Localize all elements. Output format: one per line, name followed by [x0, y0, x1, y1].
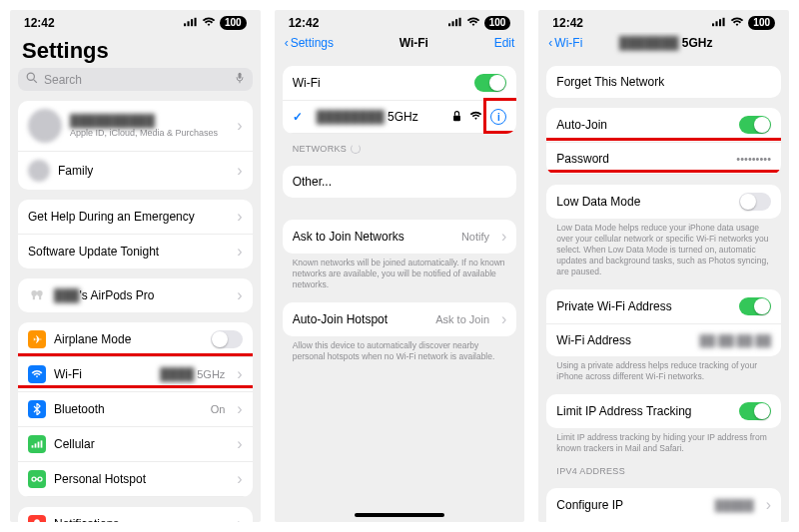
wifi-row[interactable]: Wi-Fi ████ 5GHz — [18, 357, 253, 392]
svg-point-17 — [38, 477, 42, 481]
cellular-label: Cellular — [54, 437, 225, 451]
cellular-row[interactable]: Cellular — [18, 427, 253, 462]
wifi-toggle[interactable] — [474, 74, 506, 92]
svg-rect-12 — [32, 445, 34, 447]
screen-wifi: 12:42 100 ‹ Settings Wi-Fi Edit Wi-Fi — [275, 10, 525, 522]
checkmark-icon — [293, 110, 309, 124]
svg-rect-14 — [38, 442, 40, 448]
other-network-row[interactable]: Other... — [283, 166, 517, 198]
low-data-row[interactable]: Low Data Mode — [546, 185, 781, 219]
join-password-group: Auto-Join Password ••••••••• — [546, 108, 781, 175]
profile-group: ██████████ Apple ID, iCloud, Media & Pur… — [18, 101, 253, 190]
low-data-toggle[interactable] — [739, 193, 771, 211]
wifi-toggle-row[interactable]: Wi-Fi — [283, 66, 517, 101]
svg-point-4 — [27, 73, 34, 80]
nav-bar: ‹ Wi-Fi ███████ 5GHz — [546, 32, 781, 56]
bluetooth-icon — [28, 400, 46, 418]
status-time: 12:42 — [552, 16, 583, 30]
svg-point-16 — [32, 477, 36, 481]
limit-ip-hint: Limit IP address tracking by hiding your… — [546, 428, 781, 456]
status-bar: 12:42 100 — [10, 10, 261, 32]
back-button[interactable]: ‹ Settings — [285, 36, 334, 50]
forget-network-button[interactable]: Forget This Network — [546, 66, 781, 98]
password-label: Password — [556, 152, 728, 166]
configure-ip-row[interactable]: Configure IP █████ — [546, 488, 781, 522]
svg-rect-2 — [191, 19, 193, 26]
family-row[interactable]: Family — [18, 152, 253, 190]
bluetooth-row[interactable]: Bluetooth On — [18, 392, 253, 427]
networks-group: Other... — [283, 166, 517, 198]
auto-join-row[interactable]: Auto-Join — [546, 108, 781, 143]
svg-rect-24 — [453, 115, 460, 121]
low-data-label: Low Data Mode — [556, 195, 731, 209]
limit-ip-toggle[interactable] — [739, 402, 771, 420]
svg-rect-21 — [451, 21, 453, 26]
status-time: 12:42 — [289, 16, 320, 30]
wifi-icon — [28, 365, 46, 383]
profile-name: ██████████ — [70, 114, 225, 128]
signal-icon — [448, 16, 462, 30]
back-label: Wi-Fi — [554, 36, 582, 50]
search-input[interactable]: Search — [18, 68, 253, 91]
ask-to-join-value: Notify — [461, 231, 489, 243]
auto-join-hotspot-hint: Allow this device to automatically disco… — [283, 336, 517, 364]
hotspot-row[interactable]: Personal Hotspot — [18, 462, 253, 497]
svg-line-5 — [34, 80, 37, 83]
search-icon — [26, 72, 38, 87]
ask-to-join-row[interactable]: Ask to Join Networks Notify — [283, 220, 517, 254]
svg-rect-3 — [194, 18, 196, 26]
private-address-hint: Using a private address helps reduce tra… — [546, 356, 781, 384]
auto-join-toggle[interactable] — [739, 116, 771, 134]
ask-to-join-label: Ask to Join Networks — [293, 230, 453, 244]
password-row[interactable]: Password ••••••••• — [546, 143, 781, 175]
back-button[interactable]: ‹ Wi-Fi — [548, 36, 582, 50]
private-address-row[interactable]: Private Wi-Fi Address — [546, 289, 781, 324]
software-update-row[interactable]: Software Update Tonight — [18, 235, 253, 268]
auto-join-hotspot-group: Auto-Join Hotspot Ask to Join — [283, 302, 517, 336]
svg-rect-23 — [458, 18, 460, 26]
airpods-group: ███'s AirPods Pro — [18, 278, 253, 312]
apple-id-row[interactable]: ██████████ Apple ID, iCloud, Media & Pur… — [18, 101, 253, 152]
private-address-toggle[interactable] — [739, 297, 771, 315]
family-avatars-icon — [28, 160, 50, 182]
edit-button[interactable]: Edit — [494, 36, 515, 50]
airpods-label: ███'s AirPods Pro — [54, 288, 225, 302]
signal-icon — [184, 16, 198, 30]
status-bar: 12:42 100 — [538, 10, 789, 32]
info-icon[interactable]: i — [490, 109, 506, 125]
wifi-status-icon — [730, 16, 744, 30]
emergency-row[interactable]: Get Help During an Emergency — [18, 200, 253, 235]
configure-ip-label: Configure IP — [556, 498, 706, 512]
wifi-address-row[interactable]: Wi-Fi Address ██:██:██:██ — [546, 324, 781, 356]
connected-network-row[interactable]: ████████ 5GHz i — [283, 101, 517, 134]
configure-ip-value: █████ — [715, 499, 754, 511]
ipv4-section-label: IPv4 Address — [546, 456, 781, 478]
general-group: Notifications Sounds & Haptics Focus — [18, 507, 253, 522]
svg-rect-13 — [35, 443, 37, 447]
limit-ip-row[interactable]: Limit IP Address Tracking — [546, 394, 781, 428]
airplane-toggle[interactable] — [211, 330, 243, 348]
alerts-group: Get Help During an Emergency Software Up… — [18, 200, 253, 268]
wifi-label: Wi-Fi — [54, 367, 152, 381]
home-indicator[interactable] — [355, 513, 444, 517]
svg-rect-27 — [719, 19, 721, 26]
svg-rect-22 — [455, 19, 457, 26]
password-value: ••••••••• — [736, 153, 771, 165]
notifications-row[interactable]: Notifications — [18, 507, 253, 522]
software-update-label: Software Update Tonight — [28, 245, 225, 259]
battery-icon: 100 — [484, 16, 511, 30]
svg-rect-10 — [33, 294, 35, 299]
airplane-mode-row[interactable]: ✈ Airplane Mode — [18, 322, 253, 357]
auto-join-label: Auto-Join — [556, 118, 731, 132]
svg-rect-25 — [712, 23, 714, 26]
auto-join-hotspot-row[interactable]: Auto-Join Hotspot Ask to Join — [283, 302, 517, 336]
networks-section-label: Networks — [283, 134, 517, 156]
status-time: 12:42 — [24, 16, 55, 30]
page-title: Settings — [18, 32, 253, 68]
wifi-address-label: Wi-Fi Address — [556, 333, 691, 347]
mic-icon[interactable] — [235, 72, 245, 87]
airpods-row[interactable]: ███'s AirPods Pro — [18, 278, 253, 312]
low-data-hint: Low Data Mode helps reduce your iPhone d… — [546, 219, 781, 279]
airpods-icon — [28, 286, 46, 304]
svg-rect-11 — [39, 294, 41, 299]
